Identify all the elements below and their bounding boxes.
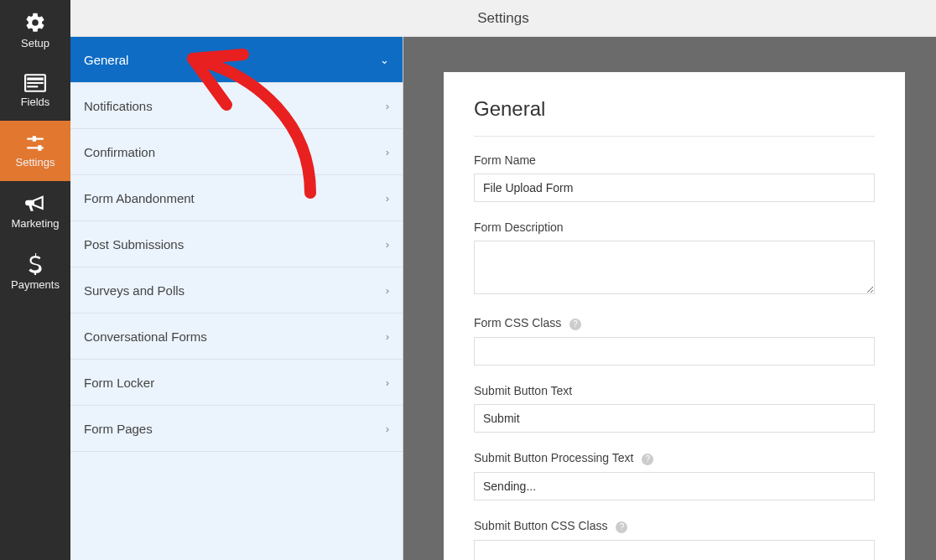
chevron-right-icon: › [386,146,389,158]
sliders-icon [24,134,46,153]
field-form-css-class: Form CSS Class ? [474,316,875,366]
submenu-form-locker[interactable]: Form Locker › [70,360,403,406]
fields-icon [24,74,46,92]
svg-rect-1 [27,77,44,80]
chevron-right-icon: › [386,330,389,343]
field-submit-processing: Submit Button Processing Text ? [474,451,875,500]
submit-css-class-input[interactable] [474,540,875,560]
submenu-form-pages[interactable]: Form Pages › [70,406,403,452]
field-form-description: Form Description [474,220,875,298]
chevron-right-icon: › [386,284,389,297]
submenu-label: Notifications [84,99,153,113]
submenu-label: Post Submissions [84,237,184,251]
form-description-input[interactable] [474,241,875,294]
field-submit-text: Submit Button Text [474,384,875,433]
nav-item-label: Payments [11,278,60,291]
nav-item-label: Setup [21,37,49,49]
help-icon[interactable]: ? [616,521,627,533]
field-form-name: Form Name [474,153,875,202]
gear-icon [24,12,46,34]
submenu-conversational-forms[interactable]: Conversational Forms › [70,314,403,360]
field-label: Form Description [474,220,875,234]
field-submit-css-class: Submit Button CSS Class ? [474,519,875,560]
chevron-right-icon: › [386,423,389,435]
submenu-general[interactable]: General ⌄ [70,37,403,83]
form-css-class-input[interactable] [474,337,875,366]
nav-item-label: Fields [21,96,50,108]
help-icon[interactable]: ? [642,454,653,465]
submit-processing-input[interactable] [474,472,875,500]
nav-item-fields[interactable]: Fields [0,60,70,121]
chevron-right-icon: › [386,376,389,389]
chevron-right-icon: › [386,192,389,205]
submenu-form-abandonment[interactable]: Form Abandonment › [70,175,403,221]
page-title: Settings [477,10,528,27]
nav-item-settings[interactable]: Settings [0,121,70,181]
form-card: General Form Name Form Description Form … [444,72,905,560]
field-label: Submit Button Processing Text ? [474,451,875,465]
left-nav: Setup Fields Settings Marketing Payments [0,0,70,560]
chevron-down-icon: ⌄ [380,54,389,66]
form-name-input[interactable] [474,174,875,202]
nav-item-marketing[interactable]: Marketing [0,181,70,241]
submenu-label: Form Pages [84,422,153,436]
bullhorn-icon [24,194,46,214]
field-label: Form CSS Class ? [474,316,875,330]
canvas: General ⌄ Notifications › Confirmation ›… [70,37,936,560]
submenu-label: Confirmation [84,145,155,159]
submenu-post-submissions[interactable]: Post Submissions › [70,221,403,267]
svg-rect-2 [27,81,44,83]
top-bar: Settings [70,0,936,37]
nav-item-label: Settings [16,156,55,169]
field-label: Submit Button CSS Class ? [474,519,875,533]
submenu-notifications[interactable]: Notifications › [70,83,403,129]
chevron-right-icon: › [386,238,389,251]
submenu-confirmation[interactable]: Confirmation › [70,129,403,175]
submenu-label: Surveys and Polls [84,283,185,298]
form-heading: General [474,97,875,137]
chevron-right-icon: › [386,100,389,112]
submenu-surveys-polls[interactable]: Surveys and Polls › [70,267,403,314]
help-icon[interactable]: ? [569,319,581,330]
field-label-text: Submit Button CSS Class [474,519,608,532]
field-label: Submit Button Text [474,384,875,397]
submenu-label: Conversational Forms [84,329,207,344]
field-label-text: Submit Button Processing Text [474,451,633,464]
nav-item-payments[interactable]: Payments [0,241,70,302]
submenu-label: Form Locker [84,376,154,390]
svg-rect-3 [27,86,38,87]
submenu-label: Form Abandonment [84,191,195,205]
field-label: Form Name [474,153,875,167]
submenu-label: General [84,53,128,67]
settings-submenu: General ⌄ Notifications › Confirmation ›… [70,37,403,560]
dollar-icon [28,253,43,275]
submit-text-input[interactable] [474,404,875,433]
nav-item-setup[interactable]: Setup [0,0,70,60]
nav-item-label: Marketing [11,217,59,230]
field-label-text: Form CSS Class [474,316,561,329]
